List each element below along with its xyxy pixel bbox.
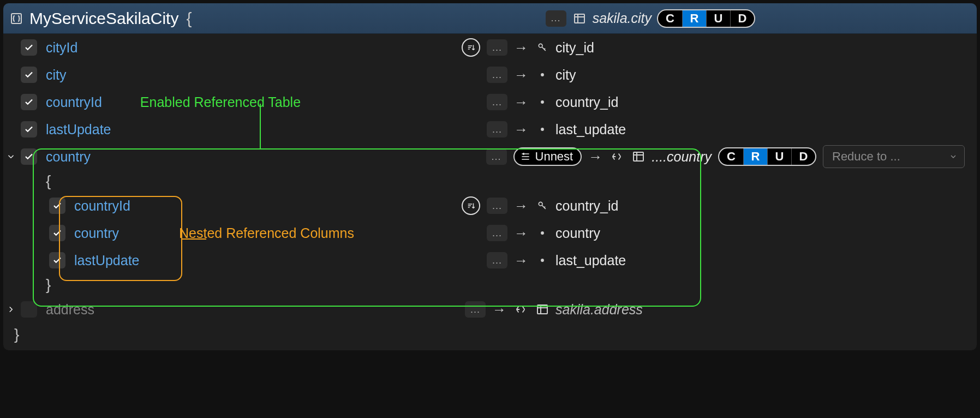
- dot-icon: [535, 253, 550, 268]
- field-checkbox[interactable]: [49, 252, 65, 268]
- field-name[interactable]: lastUpdate: [74, 253, 140, 268]
- ref-name[interactable]: country: [46, 149, 91, 165]
- field-checkbox[interactable]: [49, 225, 65, 241]
- db-column: country: [555, 225, 600, 241]
- arrow-icon: →: [514, 225, 528, 242]
- field-checkbox[interactable]: [49, 198, 65, 214]
- nested-open-brace: {: [3, 170, 977, 192]
- reduce-to-select[interactable]: Reduce to ...: [823, 145, 965, 168]
- field-options-btn[interactable]: ...: [465, 301, 486, 318]
- field-options-btn[interactable]: ...: [487, 225, 507, 241]
- header-options-btn[interactable]: ...: [546, 10, 566, 27]
- ref-table-name: ....country: [652, 149, 712, 165]
- db-column: country_id: [555, 94, 618, 110]
- dot-icon: [535, 94, 550, 110]
- ref-row-address: address ... → sakila.address: [3, 296, 977, 323]
- nested-close-brace: }: [3, 274, 977, 296]
- arrow-icon: →: [514, 67, 528, 83]
- service-title: MyServiceSakilaCity: [29, 9, 178, 28]
- field-checkbox[interactable]: [21, 67, 37, 83]
- key-icon: [535, 198, 550, 213]
- field-options-btn[interactable]: ...: [487, 252, 507, 268]
- field-options-btn[interactable]: ...: [487, 198, 507, 214]
- field-name[interactable]: country: [74, 225, 119, 241]
- field-name[interactable]: cityId: [46, 40, 77, 56]
- nested-field-row: countryId ... → country_id: [3, 192, 977, 219]
- field-options-btn[interactable]: ...: [487, 39, 507, 56]
- field-row: cityId ... → city_id: [3, 34, 977, 61]
- svg-rect-10: [537, 305, 547, 314]
- nested-field-row: lastUpdate ... → last_update: [3, 247, 977, 274]
- unnest-label: Unnest: [535, 150, 573, 164]
- svg-point-4: [541, 100, 544, 104]
- field-options-btn[interactable]: ...: [486, 148, 507, 165]
- dot-icon: [535, 122, 550, 137]
- ref-table-name: sakila.address: [555, 302, 643, 318]
- chevron-right-icon[interactable]: [5, 304, 16, 315]
- crud-u[interactable]: U: [706, 10, 730, 27]
- arrow-icon: →: [514, 94, 528, 111]
- db-column: last_update: [555, 122, 626, 138]
- crud-d[interactable]: D: [791, 148, 815, 165]
- field-name[interactable]: city: [46, 67, 67, 83]
- field-checkbox[interactable]: [21, 94, 37, 110]
- arrow-icon: →: [514, 121, 528, 138]
- arrow-icon: →: [514, 39, 528, 56]
- crud-toggle[interactable]: C R U D: [657, 9, 755, 28]
- svg-point-8: [541, 231, 544, 235]
- svg-point-7: [539, 202, 542, 206]
- nested-field-row: country Nested Referenced Columns ... → …: [3, 219, 977, 247]
- table-icon: [535, 302, 550, 317]
- reduce-placeholder: Reduce to ...: [832, 150, 900, 164]
- field-options-btn[interactable]: ...: [487, 121, 507, 138]
- crud-r[interactable]: R: [682, 10, 706, 27]
- ref-row-country: country ... Unnest → ....country: [3, 143, 977, 170]
- relation-icon: [609, 149, 624, 164]
- field-checkbox[interactable]: [21, 148, 37, 165]
- relation-icon: [513, 302, 528, 317]
- svg-rect-1: [575, 14, 584, 23]
- field-options-btn[interactable]: ...: [487, 67, 507, 83]
- svg-point-5: [541, 128, 544, 131]
- field-row: city ... → city: [3, 61, 977, 88]
- field-name[interactable]: countryId: [46, 94, 102, 110]
- open-brace: {: [186, 9, 192, 28]
- field-checkbox[interactable]: [21, 39, 37, 56]
- field-options-btn[interactable]: ...: [487, 94, 507, 110]
- db-column: last_update: [555, 253, 626, 268]
- field-checkbox[interactable]: [21, 301, 37, 318]
- ref-name[interactable]: address: [46, 302, 94, 318]
- db-column: country_id: [555, 198, 618, 214]
- dot-icon: [535, 225, 550, 241]
- crud-toggle[interactable]: C R U D: [718, 147, 816, 166]
- annotation-nested-cols: Nested Referenced Columns: [179, 225, 354, 241]
- svg-rect-6: [634, 152, 643, 161]
- crud-r[interactable]: R: [743, 148, 767, 165]
- table-icon: [631, 149, 646, 164]
- field-name[interactable]: countryId: [74, 198, 130, 214]
- unnest-button[interactable]: Unnest: [513, 147, 582, 166]
- db-column: city_id: [555, 40, 594, 56]
- field-row: countryId Enabled Referenced Table ... →…: [3, 88, 977, 116]
- dot-icon: [535, 67, 550, 82]
- annotation-enabled-ref: Enabled Referenced Table: [140, 94, 301, 110]
- service-close-brace: }: [3, 323, 977, 346]
- field-name[interactable]: lastUpdate: [46, 122, 111, 138]
- chevron-down-icon[interactable]: [5, 151, 16, 162]
- key-icon: [535, 40, 550, 55]
- crud-c[interactable]: C: [658, 10, 682, 27]
- field-row: lastUpdate ... → last_update: [3, 116, 977, 143]
- crud-d[interactable]: D: [730, 10, 754, 27]
- arrow-icon: →: [588, 148, 602, 165]
- arrow-icon: →: [514, 198, 528, 214]
- sort-icon[interactable]: [462, 196, 480, 215]
- service-header: MyServiceSakilaCity { ... sakila.city C …: [3, 3, 977, 34]
- table-icon: [572, 11, 587, 26]
- braces-icon: [9, 11, 24, 26]
- svg-point-2: [539, 44, 542, 47]
- svg-point-9: [541, 259, 544, 262]
- crud-u[interactable]: U: [767, 148, 791, 165]
- sort-icon[interactable]: [462, 38, 480, 57]
- crud-c[interactable]: C: [719, 148, 743, 165]
- field-checkbox[interactable]: [21, 121, 37, 138]
